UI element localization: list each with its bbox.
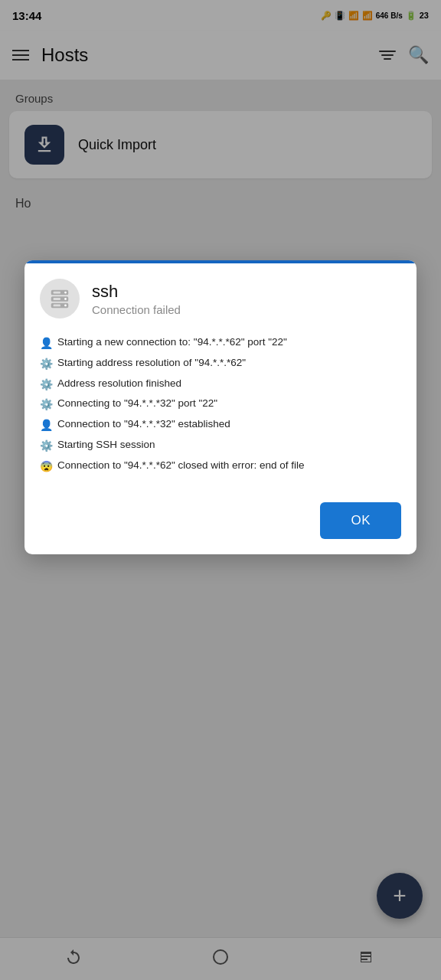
- log-icon: ⚙️: [40, 437, 53, 456]
- log-icon: ⚙️: [40, 355, 53, 374]
- dialog-header: ssh Connection failed: [24, 263, 416, 328]
- log-text: Connection to "94.*.*.*32" established: [57, 416, 401, 433]
- log-icon: 😨: [40, 458, 53, 476]
- connection-dialog: ssh Connection failed 👤Starting a new co…: [24, 260, 416, 554]
- dialog-subtitle: Connection failed: [92, 303, 181, 316]
- log-line: ⚙️Starting address resolution of "94.*.*…: [40, 354, 401, 374]
- dialog-actions: OK: [24, 493, 416, 554]
- log-text: Starting address resolution of "94.*.*.*…: [57, 354, 401, 372]
- log-icon: 👤: [40, 335, 53, 353]
- log-line: 😨Connection to "94.*.*.*62" closed with …: [40, 457, 401, 476]
- dialog-log: 👤Starting a new connection to: "94.*.*.*…: [24, 328, 416, 493]
- svg-point-4: [64, 298, 67, 300]
- log-icon: 👤: [40, 416, 53, 435]
- log-line: 👤Starting a new connection to: "94.*.*.*…: [40, 334, 401, 353]
- log-line: ⚙️Connecting to "94.*.*.*32" port "22": [40, 395, 401, 414]
- log-text: Starting a new connection to: "94.*.*.*6…: [57, 334, 401, 351]
- ok-button[interactable]: OK: [320, 502, 401, 539]
- log-line: ⚙️Starting SSH session: [40, 436, 401, 456]
- log-text: Address resolution finished: [57, 375, 401, 393]
- dialog-server-icon: [40, 279, 80, 318]
- log-text: Starting SSH session: [57, 436, 401, 454]
- dialog-title: ssh: [92, 282, 181, 302]
- log-line: ⚙️Address resolution finished: [40, 375, 401, 394]
- svg-rect-8: [54, 305, 60, 307]
- dialog-title-area: ssh Connection failed: [92, 282, 181, 316]
- log-line: 👤Connection to "94.*.*.*32" established: [40, 416, 401, 435]
- svg-rect-7: [54, 298, 60, 300]
- log-text: Connection to "94.*.*.*62" closed with e…: [57, 457, 401, 475]
- server-icon: [48, 287, 71, 310]
- log-icon: ⚙️: [40, 396, 53, 414]
- svg-rect-6: [54, 292, 60, 294]
- log-text: Connecting to "94.*.*.*32" port "22": [57, 395, 401, 413]
- svg-point-5: [64, 305, 67, 307]
- log-icon: ⚙️: [40, 376, 53, 394]
- svg-point-3: [64, 292, 67, 294]
